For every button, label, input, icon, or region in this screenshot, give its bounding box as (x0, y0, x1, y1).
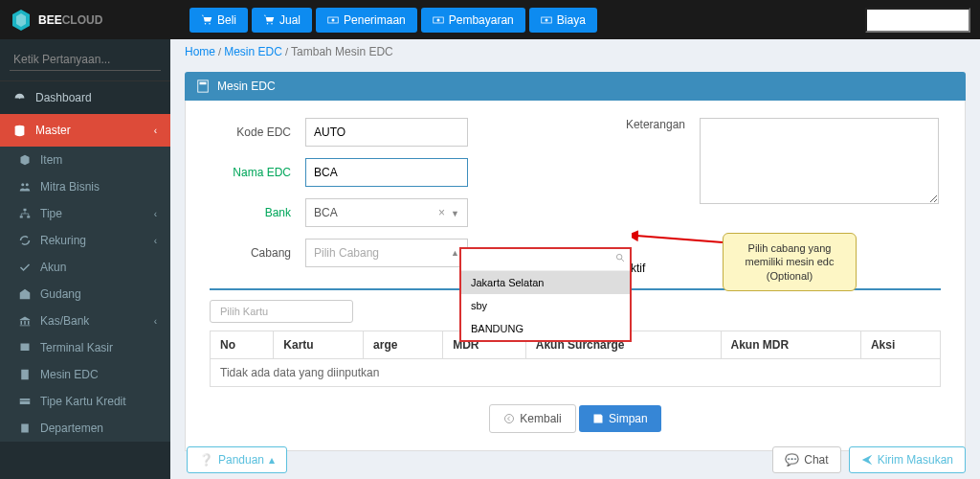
top-search-input[interactable] (865, 8, 970, 33)
nama-input[interactable] (305, 158, 468, 187)
sitemap-icon (19, 208, 31, 219)
database-icon (13, 125, 26, 137)
cube-icon (19, 154, 31, 166)
nav-dashboard[interactable]: Dashboard (0, 81, 170, 114)
cart-icon (263, 14, 275, 26)
keterangan-input[interactable] (700, 118, 939, 204)
nama-label: Nama EDC (210, 166, 291, 179)
kirim-masukan-button[interactable]: Kirim Masukan (849, 446, 966, 473)
svg-point-9 (545, 18, 547, 21)
breadcrumb-home[interactable]: Home (185, 45, 215, 58)
svg-line-29 (636, 236, 723, 242)
back-icon (503, 413, 515, 424)
hexagon-icon (10, 9, 33, 32)
dashboard-icon (13, 92, 26, 104)
nav-pembayaran[interactable]: Pembayaran (421, 8, 525, 33)
money-icon (541, 14, 552, 26)
dd-opt-bandung[interactable]: BANDUNG (461, 317, 630, 340)
sidebar-search-input[interactable] (10, 49, 161, 71)
send-icon (861, 454, 873, 466)
nav-penerimaan[interactable]: Penerimaan (316, 8, 417, 33)
nav-mitra[interactable]: Mitra Bisnis (0, 173, 170, 200)
svg-rect-20 (21, 370, 29, 380)
svg-rect-25 (200, 82, 207, 85)
th-charge: arge (364, 331, 443, 359)
brand-logo: BEECLOUD (10, 9, 170, 32)
cart-icon (201, 14, 212, 26)
svg-point-0 (205, 23, 207, 25)
nav-kartu-kredit[interactable]: Tipe Kartu Kredit (0, 388, 170, 415)
kembali-button[interactable]: Kembali (489, 404, 575, 433)
nav-mesin-edc[interactable]: Mesin EDC (0, 361, 170, 388)
svg-point-2 (267, 23, 269, 25)
calculator-icon (196, 80, 210, 93)
search-icon (615, 253, 626, 263)
svg-point-3 (271, 23, 273, 25)
th-no: No (211, 331, 274, 359)
empty-row: Tidak ada data yang diinputkan (211, 359, 941, 387)
card-icon (19, 396, 31, 407)
nav-akun[interactable]: Akun (0, 254, 170, 281)
svg-rect-23 (21, 424, 29, 433)
svg-point-14 (21, 183, 24, 186)
money-icon (327, 14, 339, 26)
breadcrumb-l1[interactable]: Mesin EDC (224, 45, 282, 58)
annotation-arrow (632, 228, 727, 257)
refresh-icon (19, 235, 31, 246)
chat-button[interactable]: 💬 Chat (772, 446, 840, 473)
users-icon (19, 181, 31, 193)
nav-master[interactable]: Master‹ (0, 114, 170, 147)
panel-header: Mesin EDC (185, 72, 966, 101)
bank-icon (19, 315, 31, 327)
kode-input[interactable] (305, 118, 468, 147)
th-aksi: Aksi (860, 331, 940, 359)
pilih-kartu-input[interactable]: Pilih Kartu (210, 300, 353, 323)
building-icon (19, 422, 31, 434)
edc-icon (19, 369, 31, 380)
svg-point-12 (19, 97, 21, 99)
simpan-button[interactable]: Simpan (579, 405, 661, 432)
svg-rect-17 (20, 216, 23, 217)
bank-label: Bank (210, 206, 291, 219)
svg-point-1 (209, 23, 211, 25)
svg-rect-21 (20, 399, 31, 404)
svg-point-27 (616, 254, 622, 260)
svg-point-15 (26, 183, 29, 186)
cabang-label: Cabang (210, 246, 291, 260)
bank-select[interactable]: BCA×▼ (305, 198, 468, 227)
kode-label: Kode EDC (210, 125, 291, 139)
annotation-callout: Pilih cabang yang memiliki mesin edc (Op… (723, 233, 857, 291)
cabang-dropdown[interactable]: Jakarta Selatan sby BANDUNG (459, 247, 632, 342)
dd-opt-jakarta[interactable]: Jakarta Selatan (461, 271, 630, 294)
svg-rect-18 (27, 216, 30, 217)
svg-point-7 (436, 18, 439, 21)
th-kartu: Kartu (274, 331, 364, 359)
nav-terminal[interactable]: Terminal Kasir (0, 334, 170, 361)
nav-departemen[interactable]: Departemen (0, 415, 170, 442)
ket-label: Keterangan (604, 118, 685, 131)
nav-rekuring[interactable]: Rekuring‹ (0, 227, 170, 254)
check-icon (19, 262, 31, 273)
nav-gudang[interactable]: Gudang (0, 281, 170, 308)
svg-line-28 (621, 259, 624, 262)
dd-opt-sby[interactable]: sby (461, 294, 630, 317)
nav-beli[interactable]: Beli (189, 8, 248, 33)
cabang-select[interactable]: Pilih Cabang▲ (305, 239, 468, 267)
th-akun-mdr: Akun MDR (721, 331, 860, 359)
nav-kasbank[interactable]: Kas/Bank‹ (0, 308, 170, 334)
svg-rect-19 (21, 344, 30, 352)
svg-point-26 (505, 415, 514, 423)
breadcrumb: Home / Mesin EDC / Tambah Mesin EDC (170, 39, 980, 64)
money-icon (433, 14, 444, 26)
terminal-icon (19, 342, 31, 354)
nav-item[interactable]: Item (0, 147, 170, 173)
nav-biaya[interactable]: Biaya (529, 8, 597, 33)
nav-jual[interactable]: Jual (252, 8, 312, 33)
nav-tipe[interactable]: Tipe‹ (0, 200, 170, 227)
warehouse-icon (19, 288, 31, 300)
panduan-button[interactable]: ❔ Panduan ▴ (187, 446, 287, 473)
save-icon (592, 413, 604, 424)
svg-rect-16 (24, 209, 27, 211)
svg-point-5 (332, 18, 335, 21)
